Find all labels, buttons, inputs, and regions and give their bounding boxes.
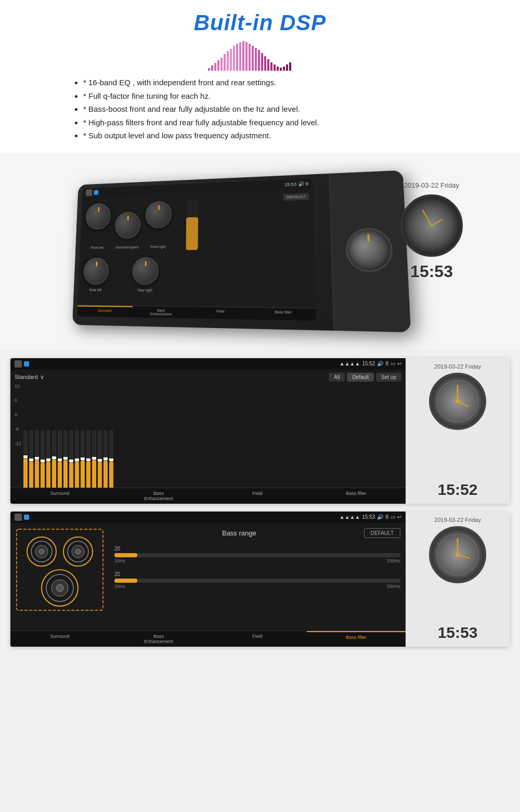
eq-status-left [15, 360, 29, 368]
eq-slider-track-14[interactable] [103, 430, 108, 492]
app-icon [94, 190, 98, 194]
eq-all-button[interactable]: All [329, 373, 345, 382]
eq-preset-selector[interactable]: Standard ∨ [15, 374, 44, 381]
bass-default-button[interactable]: DEFAULT [364, 528, 400, 538]
eq-slider-thumb-2 [35, 457, 39, 460]
device-time-large: 15:53 [410, 262, 453, 281]
eq-slider-thumb-13 [98, 459, 102, 462]
bass-controls: Bass range DEFAULT 20 20Hz 250Hz [109, 528, 400, 624]
eq-slider-thumb-12 [92, 457, 96, 460]
signal-icon: ▲▲▲▲ [340, 514, 360, 520]
feature-item: * High-pass filters front and rear fully… [83, 116, 437, 129]
eq-panel-clock [429, 373, 486, 430]
eq-slider-track-12[interactable] [92, 430, 96, 492]
eq-setup-button[interactable]: Set up [376, 373, 401, 382]
eq-slider-track-3[interactable] [41, 430, 45, 492]
pbt-bass-filter[interactable]: Bass filter [307, 488, 406, 504]
eq-slider-thumb-8 [69, 460, 73, 462]
default-button[interactable]: DEFAULT [283, 193, 308, 201]
bass-slider1-track[interactable] [114, 553, 400, 557]
equalizer-graphic [21, 40, 499, 71]
clock-hour-hand [422, 209, 432, 226]
svg-rect-14 [252, 46, 254, 71]
volume-icon: 🔊 [377, 514, 383, 520]
pbt2-bass-enhancement[interactable]: BassEnhancement [109, 631, 208, 647]
knob-front-left[interactable] [85, 203, 111, 230]
signal-icon: ▲▲▲▲ [340, 361, 360, 366]
eq-default-button[interactable]: Default [347, 373, 374, 382]
tab-bass-enhancement[interactable]: BassEnhancement [132, 306, 190, 318]
svg-rect-15 [255, 48, 257, 71]
bass-slider1-fill [114, 553, 137, 557]
pbt2-bass-filter[interactable]: Bass filter [307, 631, 406, 647]
feature-item: * Bass-boost front and rear fully adjust… [83, 102, 437, 116]
bass-panel-time: 15:53 [438, 624, 478, 641]
volume-icon: 🔊 [298, 181, 304, 186]
svg-rect-10 [239, 42, 241, 71]
eq-slider-track-8[interactable] [69, 430, 73, 492]
pbt2-field[interactable]: Field [208, 631, 307, 647]
eq-slider-track-6[interactable] [58, 430, 62, 492]
eq-slider-track-10[interactable] [81, 430, 85, 492]
clock-svg-2 [434, 531, 481, 578]
eq-slider-col-12 [92, 430, 96, 492]
knob-rear-right[interactable] [132, 257, 159, 285]
device-section: 15:53 🔊 8 Front left [0, 153, 520, 350]
knob-surround-label: Surround space [115, 245, 139, 248]
eq-slider-track-0[interactable] [23, 430, 28, 492]
device-sidebar: 2019-03-22 Friday 15:53 [400, 181, 463, 281]
device-status-left [86, 189, 98, 196]
speaker-svg [16, 528, 104, 611]
device-hardware-right [329, 170, 411, 332]
eq-sliders-container: 12 6 0 -6 -12 [15, 384, 401, 492]
eq-slider-thumb-11 [86, 459, 90, 461]
eq-slider-col-5 [52, 430, 56, 492]
bass-panel-tabs: Surround BassEnhancement Field Bass filt… [10, 631, 406, 647]
bass-range-title: Bass range [114, 529, 364, 537]
bass-header: Bass range DEFAULT [114, 528, 400, 538]
device-status-right: 15:53 🔊 8 [284, 181, 308, 187]
knob-surround-space[interactable] [114, 211, 141, 239]
eq-slider-thumb-0 [23, 455, 28, 458]
eq-slider-track-7[interactable] [63, 430, 68, 492]
tab-field[interactable]: Field [190, 307, 252, 319]
eq-slider-track-1[interactable] [29, 430, 33, 492]
pbt2-surround[interactable]: Surround [10, 631, 109, 647]
eq-panel-right: 2019-03-22 Friday 15:52 [406, 358, 510, 504]
tab-surround[interactable]: Surround [77, 305, 132, 317]
bass-slider2-track[interactable] [114, 579, 400, 583]
eq-preset-label: Standard [15, 374, 38, 380]
feature-item: * 16-band EQ , with independent front an… [83, 76, 437, 89]
svg-rect-26 [289, 62, 291, 71]
bass-slider1-min: 20Hz [114, 558, 125, 564]
knob-front-left-label: Front left [90, 245, 103, 249]
pbt-surround[interactable]: Surround [10, 488, 109, 504]
knob-rear-left[interactable] [83, 257, 109, 284]
eq-slider-track-11[interactable] [86, 430, 90, 492]
eq-slider-col-4 [46, 430, 50, 492]
eq-slider-track-9[interactable] [75, 430, 79, 492]
hardware-knob[interactable] [345, 227, 394, 272]
pbt-bass-enhancement[interactable]: BassEnhancement [109, 488, 208, 504]
clock-minute-hand [432, 218, 444, 226]
eq-slider-thumb-15 [109, 459, 113, 461]
page-title: Built-in DSP [21, 10, 499, 35]
eq-slider-thumb-7 [63, 457, 68, 460]
eq-slider-track-4[interactable] [46, 430, 50, 492]
svg-rect-19 [267, 59, 269, 71]
pbt-field[interactable]: Field [208, 488, 307, 504]
battery-icon: ▭ [391, 514, 395, 520]
home-icon [15, 360, 22, 368]
svg-rect-12 [245, 42, 248, 71]
eq-slider-track-15[interactable] [109, 430, 113, 492]
eq-status-bar: ▲▲▲▲ 15:52 🔊 8 ▭ ↩ [10, 358, 406, 370]
tab-bass-filter[interactable]: Bass filter [251, 307, 316, 320]
knob-front-right[interactable] [145, 200, 172, 228]
eq-slider-track-2[interactable] [35, 430, 39, 492]
car-speaker-illustration [16, 528, 109, 624]
eq-sliders [23, 384, 401, 492]
eq-slider-thumb-6 [58, 459, 62, 461]
eq-slider-track-5[interactable] [52, 430, 56, 492]
eq-slider-track-13[interactable] [98, 430, 102, 492]
app-icon [24, 515, 29, 520]
